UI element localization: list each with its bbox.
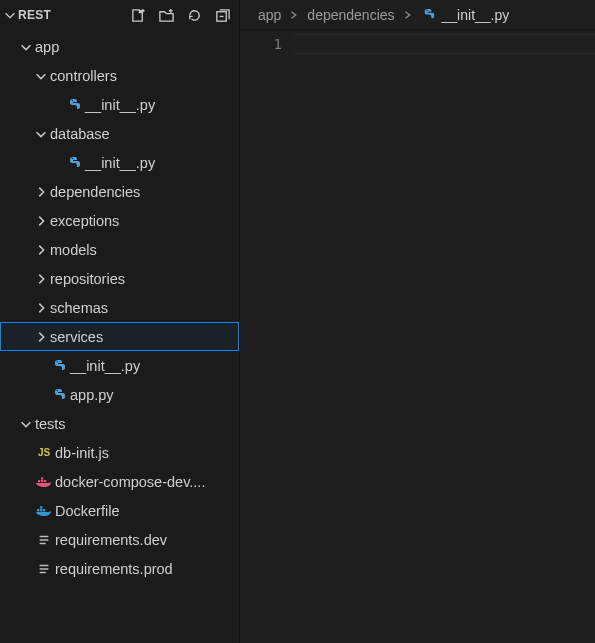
explorer-title: REST [18,8,129,22]
chevron-right-icon [403,10,413,20]
file-explorer-sidebar: REST appcontrollers__init__.pydatabase__… [0,0,240,643]
svg-rect-6 [41,480,43,482]
file-label: db-init.js [54,445,109,461]
docker-icon [34,504,54,518]
file-row[interactable]: JSdb-init.js [0,438,239,467]
chevron-right-icon[interactable] [33,214,49,228]
python-icon [49,358,69,374]
file-row[interactable]: Dockerfile [0,496,239,525]
js-icon: JS [34,447,54,458]
svg-rect-12 [40,506,42,508]
editor-pane: app dependencies __init__.py 1 [240,0,595,643]
line-number: 1 [274,34,294,54]
folder-row[interactable]: tests [0,409,239,438]
folder-row[interactable]: models [0,235,239,264]
editor-code-area[interactable]: 1 [240,30,595,643]
lines-icon [34,562,54,576]
file-row[interactable]: requirements.prod [0,554,239,583]
folder-label: app [34,39,59,55]
python-icon [421,7,436,22]
file-label: requirements.prod [54,561,173,577]
explorer-header: REST [0,0,239,30]
chevron-down-icon[interactable] [33,69,49,83]
folder-row[interactable]: database [0,119,239,148]
chevron-right-icon[interactable] [33,185,49,199]
svg-point-13 [426,10,427,11]
chevron-right-icon[interactable] [33,272,49,286]
file-row[interactable]: __init__.py [0,148,239,177]
file-label: __init__.py [84,97,155,113]
svg-rect-8 [41,477,43,479]
python-icon [49,387,69,403]
line-number-gutter: 1 [240,30,294,643]
chevron-down-icon[interactable] [18,417,34,431]
folder-label: models [49,242,97,258]
chevron-right-icon[interactable] [33,330,49,344]
folder-row[interactable]: repositories [0,264,239,293]
editor-content[interactable] [294,30,595,643]
folder-label: schemas [49,300,108,316]
folder-label: exceptions [49,213,119,229]
folder-label: dependencies [49,184,140,200]
breadcrumb-part[interactable]: dependencies [307,7,394,23]
folder-row[interactable]: dependencies [0,177,239,206]
folder-row[interactable]: controllers [0,61,239,90]
folder-label: controllers [49,68,117,84]
svg-point-4 [57,389,58,390]
svg-point-2 [72,157,73,158]
file-label: __init__.py [84,155,155,171]
file-label: docker-compose-dev.... [54,474,205,490]
file-row[interactable]: requirements.dev [0,525,239,554]
chevron-right-icon [289,10,299,20]
svg-rect-7 [44,480,46,482]
folder-label: tests [34,416,66,432]
new-file-icon[interactable] [129,6,147,24]
chevron-down-icon[interactable] [18,40,34,54]
breadcrumb-file[interactable]: __init__.py [421,7,510,23]
file-label: app.py [69,387,114,403]
active-line-highlight [294,34,595,54]
file-label: requirements.dev [54,532,167,548]
breadcrumb-filename: __init__.py [442,7,510,23]
refresh-icon[interactable] [185,6,203,24]
folder-label: repositories [49,271,125,287]
folder-row[interactable]: app [0,32,239,61]
file-row[interactable]: docker-compose-dev.... [0,467,239,496]
file-label: __init__.py [69,358,140,374]
python-icon [64,155,84,171]
chevron-right-icon[interactable] [33,301,49,315]
chevron-down-icon[interactable] [2,8,18,22]
svg-point-1 [72,99,73,100]
lines-icon [34,533,54,547]
python-icon [64,97,84,113]
folder-label: database [49,126,110,142]
folder-row[interactable]: schemas [0,293,239,322]
file-label: Dockerfile [54,503,119,519]
svg-rect-5 [38,480,40,482]
file-row[interactable]: __init__.py [0,90,239,119]
breadcrumb[interactable]: app dependencies __init__.py [240,0,595,30]
file-row[interactable]: __init__.py [0,351,239,380]
folder-row[interactable]: services [0,322,239,351]
file-tree: appcontrollers__init__.pydatabase__init_… [0,30,239,583]
file-row[interactable]: app.py [0,380,239,409]
folder-row[interactable]: exceptions [0,206,239,235]
chevron-down-icon[interactable] [33,127,49,141]
compose-icon [34,475,54,489]
breadcrumb-part[interactable]: app [258,7,281,23]
chevron-right-icon[interactable] [33,243,49,257]
new-folder-icon[interactable] [157,6,175,24]
svg-point-3 [57,360,58,361]
collapse-all-icon[interactable] [213,6,231,24]
folder-label: services [49,329,103,345]
